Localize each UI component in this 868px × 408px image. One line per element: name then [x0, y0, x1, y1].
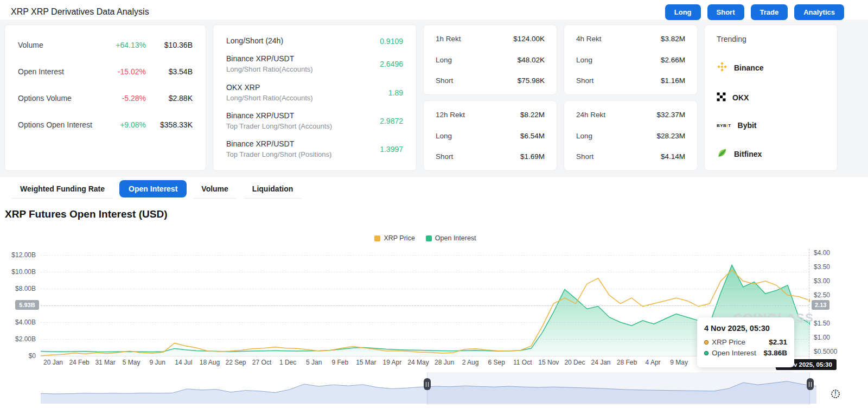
tab-volume[interactable]: Volume: [192, 180, 238, 197]
ratio-value: 2.9872: [380, 117, 403, 125]
crosshair-left-value-badge: 5.93B: [15, 300, 39, 310]
stat-label: Open Interest: [18, 67, 64, 76]
trending-item-label: Bitfinex: [734, 150, 762, 158]
tab-liquidation[interactable]: Liquidation: [243, 180, 302, 197]
rekt-long-label: Long: [436, 56, 452, 64]
rekt-long-value: $48.02K: [518, 56, 545, 64]
stat-label: Options Volume: [18, 94, 72, 103]
y-axis-tick-right: $3.50: [814, 263, 830, 271]
rekt-short-label: Short: [576, 76, 593, 85]
ratio-row: Long/Short (24h) 0.9109: [226, 36, 403, 46]
bitfinex-icon: [717, 148, 727, 161]
rekt-long-label: Long: [576, 56, 592, 64]
tooltip-label: Open Interest: [712, 349, 756, 357]
stat-value: $358.33K: [146, 120, 193, 129]
tooltip-row-open-interest: Open Interest $3.86B: [704, 349, 787, 357]
y-axis-tick-right: $1.50: [814, 320, 830, 327]
rekt-short-value: $75.98K: [518, 76, 545, 85]
rekt-short-label: Short: [436, 76, 453, 85]
ratio-subtitle: Top Trader Long/Short (Accounts): [226, 121, 332, 131]
ratio-title: Long/Short (24h): [226, 36, 283, 46]
crosshair-right-value-badge: 2.13: [812, 300, 829, 310]
binance-icon: [717, 61, 727, 74]
open-interest-dot-icon: [704, 351, 709, 355]
ratio-row: OKX XRP Long/Short Ratio(Accounts) 1.89: [226, 82, 403, 103]
navigator-left-handle[interactable]: [424, 378, 431, 390]
y-axis-tick-right: $1.00: [814, 334, 830, 341]
open-interest-area: [41, 265, 810, 356]
y-axis-tick-left: $10.00B: [0, 268, 36, 276]
bybit-icon: BYBIT: [717, 123, 731, 128]
long-short-ratio-card: Long/Short (24h) 0.9109 Binance XRP/USDT…: [213, 24, 417, 171]
stat-value: $10.36B: [146, 41, 193, 49]
crosshair-horizontal-line: [41, 305, 809, 306]
tab-weighted-funding-rate[interactable]: Weighted Funding Rate: [11, 180, 114, 197]
stat-row-open-interest: Open Interest -15.02% $3.54B: [18, 65, 193, 78]
legend-item-open-interest[interactable]: Open Interest: [426, 234, 476, 242]
rekt-title: 4h Rekt: [576, 35, 602, 43]
short-button[interactable]: Short: [707, 4, 744, 20]
rekt-short-value: $4.14M: [661, 152, 685, 161]
y-axis-tick-right: $3.00: [814, 277, 830, 285]
navigator-right-handle[interactable]: [807, 378, 814, 390]
stat-row-volume: Volume +64.13% $10.36B: [18, 38, 193, 52]
rekt-short-label: Short: [436, 152, 453, 161]
long-button[interactable]: Long: [665, 4, 701, 20]
y-axis-tick-left: $8.00B: [0, 285, 36, 292]
x-axis-tick: 9 May: [664, 359, 694, 366]
trending-item-bybit[interactable]: BYBIT Bybit: [717, 121, 825, 130]
ratio-value: 1.89: [388, 88, 403, 97]
trending-item-bitfinex[interactable]: Bitfinex: [717, 148, 825, 161]
rekt-short-label: Short: [576, 152, 593, 161]
tooltip-date: 4 Nov 2025, 05:30: [704, 324, 787, 333]
rekt-long-label: Long: [576, 132, 592, 140]
chart-range-navigator[interactable]: [0, 371, 868, 408]
ratio-title: Binance XRP/USDT: [226, 139, 331, 149]
trending-title: Trending: [717, 35, 825, 43]
header-buttons: Long Short Trade Analytics: [665, 4, 844, 20]
y-axis-tick-right: $4.00: [814, 249, 830, 257]
trade-button[interactable]: Trade: [751, 4, 788, 20]
ratio-value: 2.6496: [380, 60, 403, 68]
y-axis-tick-left: $2.00B: [0, 335, 36, 343]
legend-item-xrp-price[interactable]: XRP Price: [374, 234, 414, 242]
stat-label: Volume: [18, 41, 43, 49]
y-axis-tick-right: $0.5000: [814, 348, 837, 355]
rekt-total: $3.82M: [661, 35, 685, 43]
trending-item-label: OKX: [732, 93, 749, 102]
rekt-card-12h: 12h Rekt$8.22M Long$6.54M Short$1.69M: [423, 100, 557, 171]
analytics-button[interactable]: Analytics: [794, 4, 844, 20]
tooltip-value: $2.31: [769, 338, 787, 346]
svg-text:!: !: [834, 391, 836, 397]
stat-label: Options Open Interest: [18, 120, 92, 129]
y-axis-tick-right: $2.50: [814, 291, 830, 299]
chart-alert-badge-icon[interactable]: !: [829, 387, 842, 400]
rekt-total: $8.22M: [520, 111, 545, 119]
stat-value: $3.54B: [146, 67, 193, 76]
stat-change: -5.28%: [97, 94, 146, 103]
open-interest-swatch: [426, 235, 432, 241]
y-axis-tick-left: $4.00B: [0, 318, 36, 326]
trending-item-okx[interactable]: OKX: [717, 92, 825, 104]
open-interest-chart[interactable]: $0$2.00B$4.00B$8.00B$10.00B$12.00B $0.50…: [0, 247, 868, 408]
ratio-value: 0.9109: [380, 37, 403, 46]
rekt-cards-grid: 1h Rekt$124.00K Long$48.02K Short$75.98K…: [423, 24, 698, 171]
rekt-short-value: $1.69M: [520, 152, 545, 161]
rekt-long-label: Long: [436, 132, 452, 140]
stat-row-options-open-interest: Options Open Interest +9.08% $358.33K: [18, 118, 193, 131]
tooltip-value: $3.86B: [763, 349, 787, 357]
legend-label: XRP Price: [384, 234, 414, 242]
top-cards-row: Volume +64.13% $10.36B Open Interest -15…: [4, 24, 844, 171]
trending-item-binance[interactable]: Binance: [717, 61, 825, 74]
ratio-title: Binance XRP/USDT: [226, 111, 332, 121]
rekt-long-value: $6.54M: [520, 132, 545, 140]
rekt-short-value: $1.16M: [661, 76, 685, 85]
page-title: XRP XRP Derivatives Data Analysis: [11, 7, 149, 17]
rekt-title: 24h Rekt: [576, 111, 605, 119]
ratio-row: Binance XRP/USDT Top Trader Long/Short (…: [226, 139, 403, 160]
legend-label: Open Interest: [435, 234, 476, 242]
ratio-subtitle: Long/Short Ratio(Accounts): [226, 93, 313, 103]
navigator-selected-window[interactable]: [427, 372, 810, 405]
chart-tooltip: 4 Nov 2025, 05:30 XRP Price $2.31 Open I…: [697, 317, 794, 367]
tab-open-interest[interactable]: Open Interest: [119, 180, 187, 197]
